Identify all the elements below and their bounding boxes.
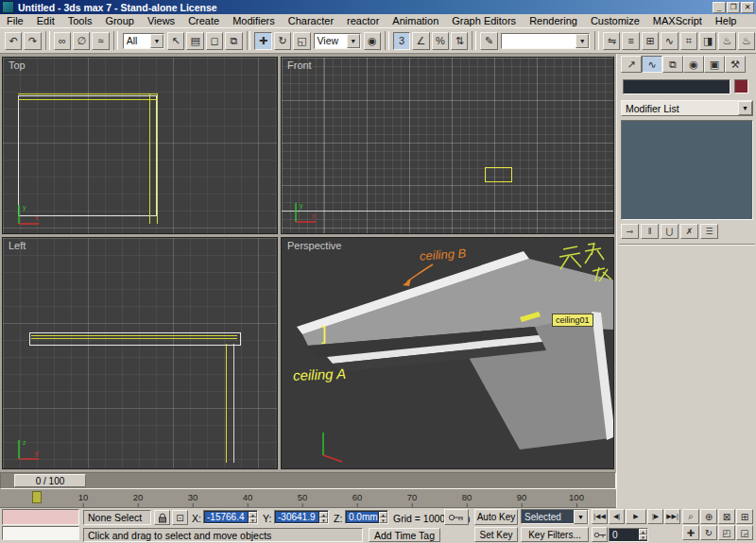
track-bar-marker[interactable] (32, 491, 42, 503)
time-slider-handle[interactable]: 0 / 100 (14, 474, 86, 487)
timeline-ruler[interactable]: 102030405060708090100 (0, 489, 616, 508)
chevron-down-icon[interactable]: ▼ (738, 101, 752, 115)
use-center-icon[interactable]: ◉ (364, 32, 381, 50)
z-spinner[interactable]: ▲▼ (379, 512, 387, 523)
viewport-top[interactable]: Top y x (2, 57, 278, 234)
redo-icon[interactable]: ↷ (24, 32, 41, 50)
y-coordinate-field[interactable]: -30641.9 ▲▼ (274, 510, 329, 524)
bind-to-space-warp-icon[interactable]: ≈ (92, 32, 109, 50)
menu-item-group[interactable]: Group (98, 14, 141, 27)
tab-motion[interactable]: ◉ (683, 56, 704, 73)
menu-item-tools[interactable]: Tools (61, 14, 99, 27)
snap-toggle-icon[interactable]: 3 (393, 32, 410, 50)
wireframe-yellow-line[interactable] (31, 338, 237, 339)
z-coordinate-field[interactable]: 0.0mm ▲▼ (345, 510, 388, 524)
x-coordinate-field[interactable]: -15766.4 ▲▼ (203, 510, 258, 524)
chevron-down-icon[interactable]: ▼ (347, 34, 360, 48)
arc-rotate-icon[interactable]: ↻ (700, 525, 717, 540)
z-value[interactable]: 0.0mm (347, 512, 378, 522)
menu-item-animation[interactable]: Animation (386, 14, 445, 27)
menu-item-rendering[interactable]: Rendering (523, 14, 584, 27)
add-time-tag[interactable]: Add Time Tag (369, 528, 440, 542)
zoom-extents-icon[interactable]: ⊠ (718, 509, 735, 524)
viewport-front[interactable]: Front y x (281, 57, 614, 234)
schematic-view-icon[interactable]: ⌗ (680, 32, 697, 50)
modifier-list-dropdown[interactable]: Modifier List ▼ (621, 100, 753, 116)
wireframe-yellow-line[interactable] (18, 99, 157, 100)
configure-modifier-sets-button[interactable]: ☰ (700, 224, 718, 239)
menu-item-customize[interactable]: Customize (584, 14, 646, 27)
viewport-perspective-label[interactable]: Perspective (287, 240, 341, 251)
auto-key-button[interactable]: Auto Key (474, 509, 518, 525)
wireframe-yellow-line[interactable] (157, 93, 158, 224)
wireframe-yellow-line[interactable] (149, 93, 150, 224)
menu-item-maxscript[interactable]: MAXScript (646, 14, 709, 27)
previous-frame-button[interactable]: ◀| (609, 509, 625, 524)
key-mode-toggle[interactable] (592, 527, 608, 542)
minimize-button[interactable]: _ (713, 2, 726, 13)
menu-item-graph-editors[interactable]: Graph Editors (445, 14, 523, 27)
y-spinner[interactable]: ▲▼ (319, 512, 328, 523)
named-selection-sets-dropdown[interactable]: ▼ (501, 33, 590, 49)
window-crossing-icon[interactable]: ⧉ (225, 32, 242, 50)
zoom-all-icon[interactable]: ⊕ (700, 509, 717, 524)
remove-modifier-button[interactable]: ✗ (680, 224, 698, 239)
wireframe-yellow-line[interactable] (31, 335, 237, 336)
menu-item-help[interactable]: Help (709, 14, 744, 27)
tab-modify[interactable]: ∿ (642, 56, 662, 73)
tab-hierarchy[interactable]: ⧉ (662, 56, 683, 73)
y-value[interactable]: -30641.9 (276, 512, 318, 522)
wireframe-ceiling-edge-front[interactable] (282, 211, 614, 212)
zoom-extents-all-icon[interactable]: ⊞ (736, 509, 753, 524)
edit-named-selections-icon[interactable]: ✎ (480, 32, 497, 50)
pan-icon[interactable]: ✚ (682, 525, 699, 540)
tab-create[interactable]: ↗ (621, 56, 642, 73)
maxscript-macro-recorder[interactable] (2, 509, 79, 525)
tab-utilities[interactable]: ⚒ (725, 56, 746, 73)
material-editor-icon[interactable]: ◨ (699, 32, 716, 50)
current-frame-value[interactable]: 0 (610, 530, 639, 540)
x-value[interactable]: -15766.4 (205, 512, 248, 522)
go-to-end-button[interactable]: ▶▶| (664, 509, 680, 524)
angle-snap-icon[interactable]: ∠ (412, 32, 429, 50)
menu-item-modifiers[interactable]: Modifiers (226, 14, 282, 27)
play-button[interactable]: ▶ (626, 509, 646, 524)
make-unique-button[interactable]: ⋃ (661, 224, 679, 239)
spinner-snap-icon[interactable]: ⇅ (451, 32, 468, 50)
curve-editor-icon[interactable]: ∿ (661, 32, 678, 50)
layer-manager-icon[interactable]: ⊞ (642, 32, 659, 50)
align-icon[interactable]: ≡ (622, 32, 639, 50)
select-and-move-icon[interactable]: ✚ (254, 32, 271, 50)
menu-item-edit[interactable]: Edit (30, 14, 61, 27)
select-and-rotate-icon[interactable]: ↻ (274, 32, 291, 50)
wireframe-selected-object-front[interactable] (485, 167, 512, 182)
render-scene-icon[interactable]: ♨ (718, 32, 735, 50)
key-filters-button[interactable]: Key Filters... (521, 527, 589, 542)
select-and-link-icon[interactable]: ∞ (54, 32, 71, 50)
min-max-toggle-icon[interactable]: ◲ (736, 525, 753, 540)
wireframe-wall-line[interactable] (226, 344, 227, 463)
time-slider-track[interactable]: 0 / 100 (0, 472, 616, 489)
viewport-top-label[interactable]: Top (9, 59, 26, 71)
maximize-button[interactable]: ❐ (727, 2, 740, 13)
region-zoom-icon[interactable]: ◰ (718, 525, 735, 540)
select-and-scale-icon[interactable]: ◱ (293, 32, 310, 50)
selection-lock-toggle[interactable] (154, 510, 170, 525)
rectangular-selection-region-icon[interactable]: ◻ (206, 32, 223, 50)
absolute-mode-toggle[interactable]: ⊡ (172, 510, 188, 525)
modifier-stack-list[interactable] (621, 120, 753, 220)
viewport-left-label[interactable]: Left (9, 240, 26, 251)
mirror-icon[interactable]: ⇋ (603, 32, 620, 50)
selection-filter-dropdown[interactable]: All▼ (123, 33, 164, 49)
key-selection-dropdown[interactable]: Selected ▼ (521, 509, 589, 524)
pin-stack-button[interactable]: ⊸ (621, 224, 639, 239)
select-object-icon[interactable]: ↖ (167, 32, 184, 50)
zoom-icon[interactable]: ⌕ (682, 509, 699, 524)
show-end-result-button[interactable]: ‖ (641, 224, 659, 239)
go-to-start-button[interactable]: |◀◀ (592, 509, 608, 524)
menu-item-character[interactable]: Character (282, 14, 340, 27)
percent-snap-icon[interactable]: % (432, 32, 449, 50)
viewport-left[interactable]: Left z y (2, 237, 278, 469)
menu-item-views[interactable]: Views (141, 14, 181, 27)
wireframe-yellow-line[interactable] (18, 93, 157, 94)
